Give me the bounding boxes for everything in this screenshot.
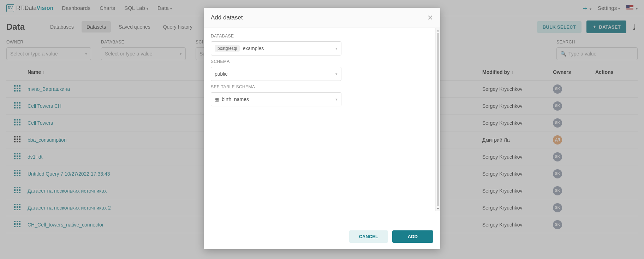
- add-dataset-modal: Add dataset ✕ DATABASE postgresql exampl…: [204, 8, 440, 249]
- modal-database-value: examples: [243, 46, 264, 51]
- cancel-button[interactable]: CANCEL: [349, 230, 388, 243]
- table-icon: ▦: [215, 97, 219, 102]
- modal-database-select[interactable]: postgresql examples ▾: [211, 41, 341, 55]
- modal-table-select[interactable]: ▦ birth_names ▾: [211, 92, 341, 106]
- caret-down-icon: ▾: [335, 97, 338, 102]
- close-icon[interactable]: ✕: [427, 13, 433, 22]
- scroll-up-icon[interactable]: ▴: [436, 28, 440, 32]
- caret-down-icon: ▾: [335, 46, 338, 51]
- caret-down-icon: ▾: [335, 72, 338, 76]
- add-button[interactable]: ADD: [392, 230, 433, 243]
- modal-scrollbar[interactable]: ▴ ▾: [435, 28, 440, 211]
- modal-schema-value: public: [215, 71, 228, 77]
- modal-title: Add dataset: [211, 14, 243, 21]
- scroll-thumb[interactable]: [437, 33, 439, 206]
- modal-label-database: DATABASE: [211, 34, 433, 39]
- modal-label-schema: SCHEMA: [211, 59, 433, 64]
- modal-table-value: birth_names: [222, 96, 249, 102]
- modal-schema-select[interactable]: public ▾: [211, 67, 341, 81]
- scroll-down-icon[interactable]: ▾: [436, 207, 440, 211]
- database-engine-tag: postgresql: [215, 45, 240, 52]
- modal-label-table: SEE TABLE SCHEMA: [211, 84, 433, 89]
